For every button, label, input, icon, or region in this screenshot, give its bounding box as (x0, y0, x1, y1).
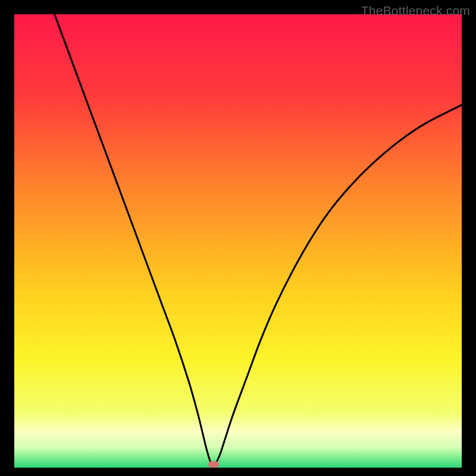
watermark-text: TheBottleneck.com (361, 4, 470, 18)
bottleneck-chart (14, 14, 462, 468)
optimal-marker (208, 461, 219, 468)
chart-frame (14, 14, 462, 468)
